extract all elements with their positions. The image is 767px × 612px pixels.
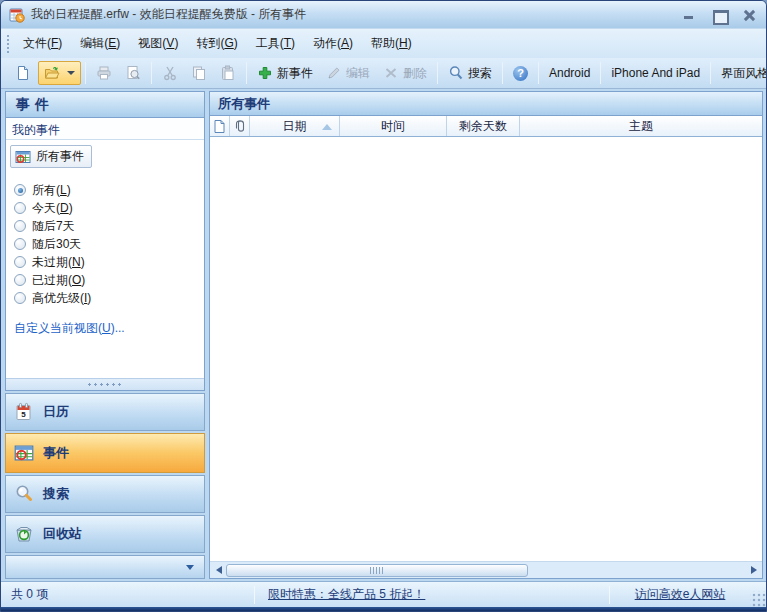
- main-panel-title: 所有事件: [210, 92, 762, 116]
- all-events-button[interactable]: 所有事件: [10, 145, 92, 168]
- new-file-button[interactable]: [9, 61, 37, 85]
- filter-next-30-days[interactable]: 随后30天: [14, 235, 196, 253]
- menubar: 文件(F) 编辑(E) 视图(V) 转到(G) 工具(T) 动作(A) 帮助(H…: [1, 29, 766, 58]
- paste-button[interactable]: [214, 61, 242, 85]
- resize-grip-icon[interactable]: [750, 591, 766, 607]
- event-filters: 所有(L) 今天(D) 随后7天 随后30天: [6, 172, 204, 378]
- promo-link[interactable]: 限时特惠：全线产品 5 折起！: [268, 587, 425, 601]
- filter-today[interactable]: 今天(D): [14, 199, 196, 217]
- sidebar-splitter[interactable]: [6, 378, 204, 390]
- document-column-header[interactable]: [210, 116, 230, 136]
- ui-style-button[interactable]: 界面风格: [715, 61, 767, 86]
- menu-help[interactable]: 帮助(H): [363, 31, 420, 56]
- menu-actions[interactable]: 动作(A): [305, 31, 361, 56]
- toolbar-separator: [538, 62, 539, 84]
- new-event-label: 新事件: [277, 65, 313, 82]
- printer-icon: [96, 65, 112, 81]
- scroll-right-icon[interactable]: [746, 563, 761, 578]
- menu-tools[interactable]: 工具(T): [248, 31, 303, 56]
- toolbar-separator: [710, 62, 711, 84]
- filter-label: 随后30天: [32, 236, 81, 253]
- sidebar-nav: 5 日历 事件: [5, 393, 205, 579]
- events-table-body[interactable]: [210, 137, 762, 561]
- help-button[interactable]: ?: [507, 62, 534, 85]
- open-dropdown-caret-icon: [67, 71, 75, 75]
- new-document-icon: [15, 65, 31, 81]
- filter-label: 随后7天: [32, 218, 75, 235]
- filter-next-7-days[interactable]: 随后7天: [14, 217, 196, 235]
- maximize-icon[interactable]: [712, 9, 726, 21]
- events-grid-icon: [15, 149, 31, 165]
- date-column-header[interactable]: 日期: [250, 116, 340, 136]
- close-icon[interactable]: [742, 9, 756, 21]
- search-button[interactable]: 搜索: [442, 61, 498, 86]
- scrollbar-grip-icon: [370, 567, 383, 574]
- paperclip-icon: [235, 119, 245, 133]
- window-title: 我的日程提醒.erfw - 效能日程提醒免费版 - 所有事件: [31, 6, 306, 23]
- chevron-down-icon: [186, 565, 194, 570]
- nav-recycle-bin-label: 回收站: [43, 525, 82, 543]
- open-folder-icon: [44, 65, 60, 81]
- nav-events-label: 事件: [43, 444, 69, 462]
- cut-scissors-icon: [162, 65, 178, 81]
- menu-goto[interactable]: 转到(G): [188, 31, 245, 56]
- cut-button[interactable]: [156, 61, 184, 85]
- menu-edit[interactable]: 编辑(E): [72, 31, 128, 56]
- minimize-icon[interactable]: [682, 9, 696, 21]
- edit-pencil-icon: [326, 65, 342, 81]
- main-panel: 所有事件 日期 时间 剩余天数: [209, 91, 763, 579]
- time-column-header[interactable]: 时间: [340, 116, 447, 136]
- horizontal-scrollbar[interactable]: [210, 561, 762, 578]
- filter-label: 所有(L): [32, 182, 71, 199]
- edit-button[interactable]: 编辑: [320, 61, 376, 86]
- radio-icon: [14, 184, 26, 196]
- menu-file[interactable]: 文件(F): [15, 31, 70, 56]
- sidebar-body: 我的事件 所有事件 所有(L): [5, 118, 205, 391]
- menu-view[interactable]: 视图(V): [130, 31, 186, 56]
- toolbar-separator: [502, 62, 503, 84]
- toolbar-separator: [600, 62, 601, 84]
- customize-view-link[interactable]: 自定义当前视图(U)...: [14, 320, 196, 337]
- copy-icon: [191, 65, 207, 81]
- filter-expired[interactable]: 已过期(O): [14, 271, 196, 289]
- attachment-column-header[interactable]: [230, 116, 250, 136]
- edit-label: 编辑: [346, 65, 370, 82]
- events-table-header: 日期 时间 剩余天数 主题: [210, 116, 762, 137]
- sort-asc-icon: [322, 124, 332, 130]
- search-label: 搜索: [468, 65, 492, 82]
- android-button[interactable]: Android: [543, 62, 596, 84]
- filter-high-priority[interactable]: 高优先级(I): [14, 289, 196, 307]
- nav-calendar[interactable]: 5 日历: [5, 393, 205, 431]
- nav-search[interactable]: 搜索: [5, 475, 205, 513]
- scrollbar-thumb[interactable]: [226, 564, 528, 577]
- radio-icon: [14, 256, 26, 268]
- nav-recycle-bin[interactable]: 回收站: [5, 515, 205, 553]
- window-controls: [682, 9, 756, 21]
- scrollbar-track[interactable]: [226, 563, 746, 578]
- nav-events[interactable]: 事件: [5, 433, 205, 473]
- nav-calendar-label: 日历: [43, 403, 69, 421]
- scroll-left-icon[interactable]: [211, 563, 226, 578]
- calendar-icon: 5: [14, 402, 34, 422]
- days-left-column-header[interactable]: 剩余天数: [447, 116, 520, 136]
- ui-style-label: 界面风格: [721, 65, 767, 82]
- filter-all[interactable]: 所有(L): [14, 181, 196, 199]
- filter-label: 今天(D): [32, 200, 73, 217]
- all-events-button-label: 所有事件: [36, 148, 84, 165]
- website-link[interactable]: 访问高效e人网站: [635, 587, 726, 601]
- new-event-button[interactable]: 新事件: [251, 61, 319, 86]
- delete-button[interactable]: 删除: [377, 61, 433, 86]
- copy-button[interactable]: [185, 61, 213, 85]
- filter-label: 高优先级(I): [32, 290, 91, 307]
- open-file-button[interactable]: [38, 61, 81, 85]
- print-button[interactable]: [90, 61, 118, 85]
- content-area: 事件 我的事件 所有事件: [1, 89, 766, 581]
- nav-overflow-strip[interactable]: [5, 555, 205, 579]
- paste-clipboard-icon: [220, 65, 236, 81]
- filter-not-expired[interactable]: 未过期(N): [14, 253, 196, 271]
- app-window: 我的日程提醒.erfw - 效能日程提醒免费版 - 所有事件 文件(F) 编辑(…: [0, 0, 767, 612]
- events-grid-icon: [14, 443, 34, 463]
- subject-column-header[interactable]: 主题: [520, 116, 762, 136]
- print-preview-button[interactable]: [119, 61, 147, 85]
- iphone-ipad-button[interactable]: iPhone And iPad: [605, 62, 706, 84]
